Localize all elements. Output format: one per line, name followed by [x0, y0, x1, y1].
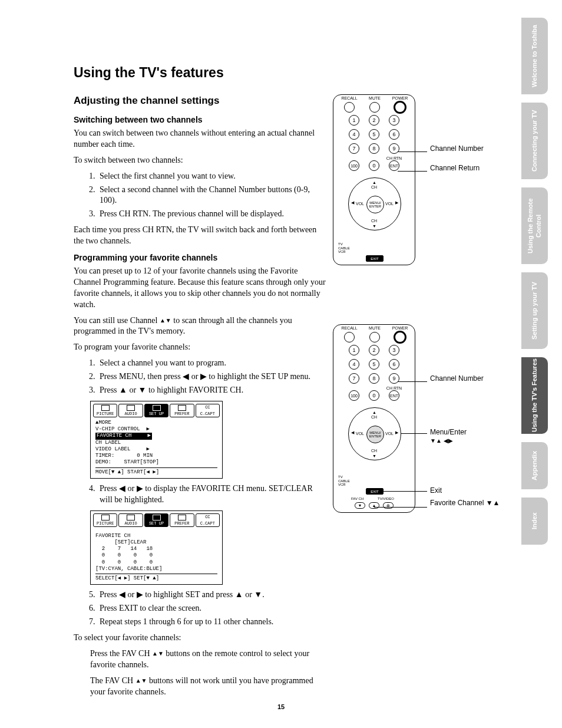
step-list: Press ◀ or ▶ to display the FAVORITE CH …: [74, 483, 327, 506]
step-list: Select the first channel you want to vie…: [74, 171, 327, 220]
body-text: You can switch between two channels with…: [74, 128, 327, 150]
tab-setup[interactable]: Setting up your TV: [521, 272, 548, 349]
body-text: To select your favorite channels:: [74, 633, 327, 644]
main-content: Using the TV's features Adjusting the ch…: [74, 65, 327, 698]
section-tabs: Welcome to Toshiba Connecting your TV Us…: [521, 18, 548, 545]
osd-setup-menu: PICTURE AUDIO SET UP PREFER CCC.CAPT ▲MO…: [90, 401, 223, 479]
callout-channel-return: Channel Return: [430, 164, 480, 172]
step-item: Press ◀ or ▶ to display the FAVORITE CH …: [97, 483, 327, 506]
step-item: Select a second channel with the Channel…: [97, 185, 327, 207]
body-text: Press the FAV CH ▲▼ buttons on the remot…: [74, 648, 327, 671]
body-text: You can preset up to 12 of your favorite…: [74, 266, 327, 311]
body-text: You can still use Channel ▲▼ to scan thr…: [74, 315, 327, 338]
remote-diagram-2: RECALL MUTE POWER 123 456 789 CH RTN 100…: [333, 324, 521, 536]
tab-connecting[interactable]: Connecting your TV: [521, 103, 548, 179]
step-item: Select the first channel you want to vie…: [97, 171, 327, 182]
callout-menu-enter: Menu/Enter▼▲ ◀▶: [430, 428, 467, 444]
section-heading: Adjusting the channel settings: [74, 95, 327, 107]
remote-diagrams: RECALL MUTE POWER 123 456 789 CH RTN 100…: [333, 94, 521, 572]
body-text: Each time you press CH RTN, the TV will …: [74, 225, 327, 247]
step-item: Repeat steps 1 through 6 for up to 11 ot…: [97, 617, 327, 628]
sub1-heading: Switching between two channels: [74, 115, 327, 124]
body-text: To switch between two channels:: [74, 155, 327, 166]
tab-features[interactable]: Using the TV's Features: [521, 357, 548, 434]
body-text: To program your favorite channels:: [74, 342, 327, 353]
page-title: Using the TV's features: [74, 65, 327, 81]
step-item: Press MENU, then press ◀ or ▶ to highlig…: [97, 371, 327, 383]
page-number: 15: [0, 703, 562, 710]
step-item: Press CH RTN. The previous channel will …: [97, 209, 327, 220]
tab-index[interactable]: Index: [521, 498, 548, 545]
tab-remote[interactable]: Using the Remote Control: [521, 187, 548, 264]
callout-exit: Exit: [430, 486, 442, 495]
step-item: Press EXIT to clear the screen.: [97, 603, 327, 614]
step-list: Select a channel you want to program. Pr…: [74, 358, 327, 396]
tab-appendix[interactable]: Appendix: [521, 442, 548, 489]
tab-welcome[interactable]: Welcome to Toshiba: [521, 18, 548, 94]
step-item: Press ◀ or ▶ to highlight SET and press …: [97, 589, 327, 601]
step-item: Select a channel you want to program.: [97, 358, 327, 369]
callout-channel-number: Channel Number: [430, 144, 484, 153]
body-text: The FAV CH ▲▼ buttons will not work unti…: [74, 676, 327, 698]
step-item: Press ▲ or ▼ to highlight FAVORITE CH.: [97, 385, 327, 396]
callout-favorite: Favorite Channel ▼▲: [430, 499, 500, 507]
step-list: Press ◀ or ▶ to highlight SET and press …: [74, 589, 327, 628]
sub2-heading: Programming your favorite channels: [74, 253, 327, 262]
callout-channel-number: Channel Number: [430, 374, 484, 383]
osd-favorite-menu: PICTURE AUDIO SET UP PREFER CCC.CAPT FAV…: [90, 510, 223, 585]
remote-diagram-1: RECALL MUTE POWER 123 456 789 CH RTN 100…: [333, 94, 521, 289]
